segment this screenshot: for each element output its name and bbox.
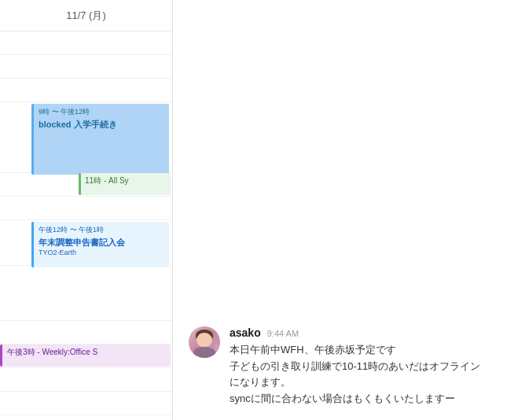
chat-message: asako 9:44 AM 本日午前中WFH、午後赤坂予定です 子どもの引き取り… [189,326,513,407]
message-line-2: 子どもの引き取り訓練で10-11時のあいだはオフライン [230,360,480,372]
time-slot-noon: 午後12時 〜 午後1時 年末調整申告書記入会 TYO2-Earth [0,220,172,266]
time-slot-9: 9時 〜 午後12時 blocked 入学手続き [0,102,172,173]
time-slot-end-1 [0,368,172,392]
message-line-3: になります。 [230,376,291,388]
time-slot-early-3 [0,79,172,102]
chat-spacer [173,0,529,314]
avatar [189,326,220,358]
event-nenmatsu-time: 午後12時 〜 午後1時 [39,225,164,235]
message-header: asako 9:44 AM [230,326,513,339]
time-slot-end-3 [0,415,172,420]
time-slot-gap-1 [0,266,172,321]
message-line-1: 本日午前中WFH、午後赤坂予定です [230,344,396,356]
event-nenmatsu-location: TYO2-Earth [39,249,164,256]
day-header: 11/7 (月) [0,0,172,31]
event-blocked-time: 9時 〜 午後12時 [39,107,164,117]
calendar-panel: 11/7 (月) 9時 〜 午後12時 blocked 入学手続き 11時 - … [0,0,173,420]
time-slot-end-2 [0,392,172,415]
event-nenmatsu[interactable]: 午後12時 〜 午後1時 年末調整申告書記入会 TYO2-Earth [31,222,169,267]
avatar-face [197,333,212,347]
time-label-9 [0,104,5,105]
time-slot-mid [0,197,172,220]
chat-panel: asako 9:44 AM 本日午前中WFH、午後赤坂予定です 子どもの引き取り… [173,0,529,420]
event-blocked-title: blocked 入学手続き [39,120,117,129]
avatar-image [189,326,220,358]
message-text: 本日午前中WFH、午後赤坂予定です 子どもの引き取り訓練で10-11時のあいだは… [230,342,513,407]
time-slot-15: 午後3時 - Weekly:Office S [0,344,172,368]
event-all-sy-label: 11時 - All Sy [85,176,129,185]
sender-name: asako [230,326,261,339]
day-label: 11/7 (月) [66,9,106,23]
time-slot-early-2 [0,55,172,79]
time-slot-gap-2 [0,321,172,344]
event-nenmatsu-title: 年末調整申告書記入会 [39,237,164,249]
avatar-body [193,347,215,358]
message-content: asako 9:44 AM 本日午前中WFH、午後赤坂予定です 子どもの引き取り… [230,326,513,407]
event-all-sy[interactable]: 11時 - All Sy [79,173,171,195]
event-blocked[interactable]: 9時 〜 午後12時 blocked 入学手続き [31,104,169,175]
time-slot-early-1 [0,31,172,55]
main-container: 11/7 (月) 9時 〜 午後12時 blocked 入学手続き 11時 - … [0,0,529,420]
event-weekly-label: 午後3時 - Weekly:Office S [7,348,97,356]
event-weekly[interactable]: 午後3時 - Weekly:Office S [0,344,171,367]
message-time: 9:44 AM [267,329,299,338]
message-line-4: syncに間に合わない場合はもくもくいたしますー [230,392,455,404]
time-grid[interactable]: 9時 〜 午後12時 blocked 入学手続き 11時 - All Sy 1 … [0,31,172,420]
chat-message-area: asako 9:44 AM 本日午前中WFH、午後赤坂予定です 子どもの引き取り… [173,314,529,420]
time-slot-11: 11時 - All Sy 1 [0,173,172,197]
